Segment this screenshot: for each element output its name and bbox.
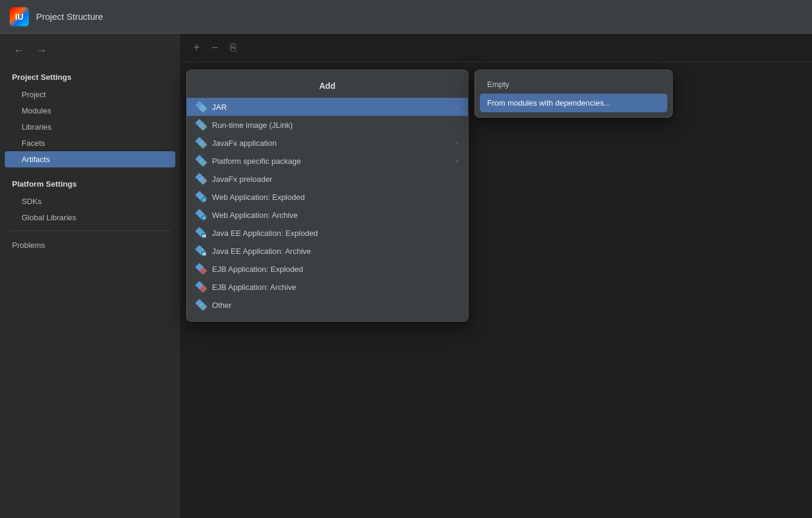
jar-icon [196,102,206,112]
nav-buttons: ← → [0,43,180,68]
ejb-exploded-icon [196,264,206,274]
main-content: ← → Project Settings Project Modules Lib… [0,34,812,518]
sidebar-divider [10,230,171,231]
javaee-exploded-icon: EE [196,228,206,238]
web-archive-label: Web Application: Archive [212,211,458,220]
runtime-icon [196,120,206,130]
jar-modules-item[interactable]: From modules with dependencies... [480,94,667,112]
dropdown-item-javafx-preloader[interactable]: JavaFx preloader [187,170,468,188]
dropdown-item-web-archive[interactable]: Web Application: Archive [187,206,468,224]
other-icon [196,300,206,310]
ejb-archive-icon [196,282,206,292]
sidebar: ← → Project Settings Project Modules Lib… [0,34,180,518]
dropdown-item-javafx-app[interactable]: JavaFx application › [187,134,468,152]
jar-empty-label: Empty [487,80,509,89]
javafx-app-label: JavaFx application [212,139,450,148]
dropdown-item-runtime[interactable]: Run-time image (JLink) [187,116,468,134]
jar-modules-label: From modules with dependencies... [487,98,610,107]
dropdown-item-web-exploded[interactable]: Web Application: Exploded [187,188,468,206]
app-logo: IU [10,7,29,26]
title-bar: IU Project Structure [0,0,812,34]
forward-button[interactable]: → [32,43,50,58]
javaee-archive-icon: EE [196,246,206,256]
dropdown-title: Add [187,75,468,98]
sidebar-item-artifacts[interactable]: Artifacts [5,151,175,167]
sidebar-item-libraries[interactable]: Libraries [0,119,180,135]
other-label: Other [212,301,458,310]
back-button[interactable]: ← [10,43,28,58]
sidebar-item-problems[interactable]: Problems [0,236,180,254]
sidebar-item-facets[interactable]: Facets [0,135,180,151]
ejb-exploded-label: EJB Application: Exploded [212,265,458,274]
dropdown-item-other[interactable]: Other [187,296,468,314]
window-title: Project Structure [36,11,103,22]
jar-chevron: › [456,103,458,110]
web-archive-icon [196,210,206,220]
runtime-label: Run-time image (JLink) [212,121,458,130]
javaee-archive-label: Java EE Application: Archive [212,247,458,256]
project-settings-label: Project Settings [0,68,180,86]
javaee-exploded-label: Java EE Application: Exploded [212,229,458,238]
sidebar-item-project[interactable]: Project [0,86,180,103]
javafx-app-icon [196,138,206,148]
add-dropdown: Add JAR › Run-time image (JLink) [186,70,468,322]
dropdown-item-javaee-exploded[interactable]: EE Java EE Application: Exploded [187,224,468,242]
dropdown-item-ejb-archive[interactable]: EJB Application: Archive [187,278,468,296]
sidebar-item-modules[interactable]: Modules [0,103,180,119]
content-area: + − ⎘ Add JAR › [180,34,812,518]
ejb-archive-label: EJB Application: Archive [212,283,458,292]
jar-submenu: Empty From modules with dependencies... [474,70,673,118]
dropdown-item-jar[interactable]: JAR › [187,98,468,116]
javafx-preloader-icon [196,174,206,184]
platform-settings-label: Platform Settings [0,175,180,193]
javafx-preloader-label: JavaFx preloader [212,175,458,184]
jar-empty-item[interactable]: Empty [480,75,667,94]
javafx-app-chevron: › [456,139,458,146]
jar-label: JAR [212,103,450,112]
sidebar-item-sdks[interactable]: SDKs [0,193,180,209]
platform-package-chevron: › [456,157,458,164]
platform-package-label: Platform specific package [212,157,450,166]
dropdown-item-ejb-exploded[interactable]: EJB Application: Exploded [187,260,468,278]
dropdown-item-javaee-archive[interactable]: EE Java EE Application: Archive [187,242,468,260]
web-exploded-icon [196,192,206,202]
sidebar-item-global-libraries[interactable]: Global Libraries [0,209,180,226]
web-exploded-label: Web Application: Exploded [212,193,458,202]
dropdown-item-platform-package[interactable]: Platform specific package › [187,152,468,170]
platform-package-icon [196,156,206,166]
